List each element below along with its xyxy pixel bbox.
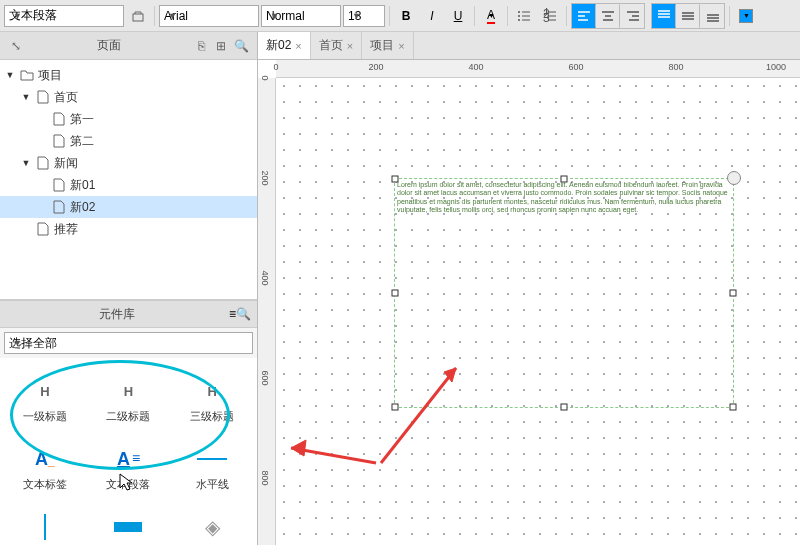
rotate-handle[interactable]: [727, 171, 741, 185]
widget-label: 二级标题: [106, 409, 150, 424]
tree-row[interactable]: 新02: [0, 196, 257, 218]
document-tabs: 新02×首页×项目×: [258, 32, 800, 60]
caret-icon[interactable]: ▼: [20, 92, 32, 102]
chevron-down-icon: ▼: [488, 12, 495, 19]
bold-button[interactable]: B: [394, 4, 418, 28]
align-center-button[interactable]: [596, 4, 620, 28]
tree-label: 新闻: [54, 155, 78, 172]
tree-row[interactable]: 新01: [0, 174, 257, 196]
widget-item[interactable]: H一级标题: [4, 362, 86, 424]
underline-button[interactable]: U: [446, 4, 470, 28]
formatting-toolbar: 文本段落▼ Arial▼ Normal▼ 13▼ B I U A▼ 123 ▼: [0, 0, 800, 32]
document-tab[interactable]: 项目×: [362, 32, 413, 59]
library-menu-icon[interactable]: ≡: [229, 307, 236, 321]
widget-item[interactable]: H三级标题: [171, 362, 253, 424]
underline-icon: U: [454, 9, 463, 23]
number-list-button[interactable]: 123: [538, 4, 562, 28]
library-panel-title: 元件库: [6, 306, 229, 323]
gear-icon: [130, 8, 146, 24]
ruler-tick: 0: [260, 75, 270, 80]
fill-color-button[interactable]: ▼: [734, 4, 758, 28]
align-left-button[interactable]: [572, 4, 596, 28]
ruler-tick: 400: [468, 62, 483, 72]
separator: [729, 6, 730, 26]
widget-thumb: H: [27, 375, 63, 407]
separator: [389, 6, 390, 26]
builder-icon-button[interactable]: [126, 4, 150, 28]
element-type-dropdown[interactable]: 文本段落▼: [4, 5, 124, 27]
widget-library-body: H一级标题H二级标题H三级标题A_文本标签A≡文本段落水平线垂直线热区◈动态面板: [0, 358, 257, 545]
tree-label: 第一: [70, 111, 94, 128]
align-top-button[interactable]: [652, 4, 676, 28]
page-icon: [36, 156, 50, 170]
bullet-list-button[interactable]: [512, 4, 536, 28]
close-icon[interactable]: ×: [398, 40, 404, 52]
tree-label: 新02: [70, 199, 95, 216]
close-icon[interactable]: ×: [347, 40, 353, 52]
left-sidepanel: ⤡ 页面 ⎘ ⊞ 🔍 ▼项目▼首页第一第二▼新闻新01新02推荐 元件库 ≡ 🔍…: [0, 32, 258, 545]
add-child-icon[interactable]: ⊞: [211, 36, 231, 56]
search-icon[interactable]: 🔍: [236, 307, 251, 321]
widget-item[interactable]: 垂直线: [4, 498, 86, 545]
widget-item[interactable]: ◈动态面板: [171, 498, 253, 545]
resize-handle[interactable]: [730, 404, 737, 411]
ruler-tick: 1000: [766, 62, 786, 72]
library-selector-dropdown[interactable]: 选择全部▼: [4, 332, 253, 354]
tree-label: 推荐: [54, 221, 78, 238]
tree-row[interactable]: ▼新闻: [0, 152, 257, 174]
ruler-tick: 600: [260, 370, 270, 385]
tree-row[interactable]: 推荐: [0, 218, 257, 240]
tree-row[interactable]: ▼项目: [0, 64, 257, 86]
tree-row[interactable]: 第二: [0, 130, 257, 152]
pages-panel-title: 页面: [26, 37, 191, 54]
chevron-down-icon: ▼: [13, 11, 22, 21]
ruler-vertical: 0200400600800: [258, 78, 276, 545]
caret-icon[interactable]: ▼: [20, 158, 32, 168]
font-size-dropdown[interactable]: 13▼: [343, 5, 385, 27]
italic-button[interactable]: I: [420, 4, 444, 28]
search-icon[interactable]: 🔍: [231, 36, 251, 56]
resize-handle[interactable]: [561, 404, 568, 411]
svg-point-1: [518, 11, 520, 13]
widget-item[interactable]: A_文本标签: [4, 430, 86, 492]
v-align-group: [651, 3, 725, 29]
tree-row[interactable]: 第一: [0, 108, 257, 130]
align-right-button[interactable]: [620, 4, 644, 28]
chevron-down-icon: ▼: [270, 11, 279, 21]
resize-handle[interactable]: [561, 176, 568, 183]
align-center-icon: [600, 8, 616, 24]
ruler-tick: 800: [668, 62, 683, 72]
chevron-down-icon: ▼: [352, 11, 361, 21]
caret-icon[interactable]: ▼: [4, 70, 16, 80]
font-family-dropdown[interactable]: Arial▼: [159, 5, 259, 27]
widget-label: 一级标题: [23, 409, 67, 424]
svg-text:3: 3: [543, 11, 550, 24]
align-middle-button[interactable]: [676, 4, 700, 28]
collapse-icon[interactable]: ⤡: [6, 36, 26, 56]
document-tab[interactable]: 首页×: [311, 32, 362, 59]
resize-handle[interactable]: [392, 176, 399, 183]
page-icon: [36, 222, 50, 236]
widget-thumb: A≡: [110, 443, 146, 475]
document-tab[interactable]: 新02×: [258, 32, 311, 59]
tree-row[interactable]: ▼首页: [0, 86, 257, 108]
widget-item[interactable]: 水平线: [171, 430, 253, 492]
widget-thumb: ◈: [194, 511, 230, 543]
font-weight-dropdown[interactable]: Normal▼: [261, 5, 341, 27]
page-tree: ▼项目▼首页第一第二▼新闻新01新02推荐: [0, 60, 257, 300]
align-bottom-button[interactable]: [700, 4, 724, 28]
font-color-button[interactable]: A▼: [479, 4, 503, 28]
widget-item[interactable]: 热区: [88, 498, 170, 545]
resize-handle[interactable]: [392, 290, 399, 297]
widget-thumb: [27, 511, 63, 543]
ruler-horizontal: 02004006008001000: [276, 60, 800, 78]
widget-item[interactable]: H二级标题: [88, 362, 170, 424]
tree-label: 首页: [54, 89, 78, 106]
ruler-tick: 600: [568, 62, 583, 72]
close-icon[interactable]: ×: [295, 40, 301, 52]
add-sibling-icon[interactable]: ⎘: [191, 36, 211, 56]
resize-handle[interactable]: [730, 290, 737, 297]
ruler-tick: 200: [368, 62, 383, 72]
bold-icon: B: [402, 9, 411, 23]
canvas[interactable]: Lorem ipsum dolor sit amet, consectetur …: [276, 78, 800, 545]
